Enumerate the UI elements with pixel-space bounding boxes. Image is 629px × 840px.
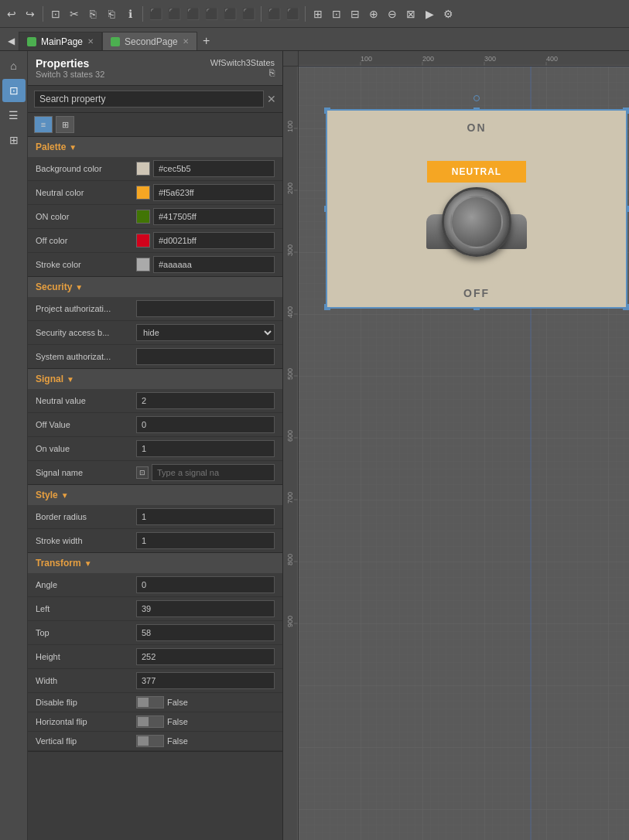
search-clear-icon[interactable]: ✕ bbox=[267, 93, 276, 105]
main-layout: ⌂ ⊡ ☰ ⊞ Properties Switch 3 states 32 Wf… bbox=[0, 51, 629, 840]
zoom-button[interactable]: ⊕ bbox=[365, 5, 382, 22]
background-color-label: Background color bbox=[36, 164, 136, 173]
align-bottom-button[interactable]: ⬛ bbox=[240, 5, 257, 22]
width-input[interactable] bbox=[136, 672, 275, 689]
svg-text:500: 500 bbox=[286, 368, 294, 380]
angle-input[interactable] bbox=[136, 576, 275, 593]
transform-section-header[interactable]: Transform ▼ bbox=[28, 553, 282, 573]
stroke-color-input[interactable] bbox=[153, 256, 275, 273]
svg-text:900: 900 bbox=[286, 616, 294, 627]
off-value-row: Off Value bbox=[28, 413, 282, 437]
sidebar-home-button[interactable]: ⌂ bbox=[2, 54, 26, 77]
left-input[interactable] bbox=[136, 600, 275, 617]
svg-text:400: 400 bbox=[286, 306, 294, 318]
layers-button[interactable]: ⊠ bbox=[402, 5, 419, 22]
prop-widget-name: WfSwitch3States bbox=[210, 58, 275, 67]
prop-copy-button[interactable]: ⎘ bbox=[269, 67, 275, 78]
undo-button[interactable]: ↩ bbox=[3, 5, 20, 22]
security-arrow-icon: ▼ bbox=[75, 283, 83, 292]
background-color-row: Background color bbox=[28, 157, 282, 181]
copy-button[interactable]: ⎘ bbox=[84, 5, 101, 22]
list-view-button[interactable]: ≡ bbox=[34, 116, 53, 133]
signal-browse-icon[interactable]: ⊡ bbox=[136, 466, 149, 479]
svg-text:300: 300 bbox=[286, 244, 294, 256]
ruler-button[interactable]: ⊡ bbox=[328, 5, 345, 22]
distribute-h-button[interactable]: ⬛ bbox=[265, 5, 282, 22]
width-label: Width bbox=[36, 676, 136, 685]
stroke-color-swatch[interactable] bbox=[136, 258, 150, 271]
off-color-input[interactable] bbox=[153, 232, 275, 249]
prop-subtitle-text: Switch 3 states 32 bbox=[36, 70, 104, 79]
disable-flip-label: Disable flip bbox=[36, 698, 136, 707]
style-section-header[interactable]: Style ▼ bbox=[28, 485, 282, 505]
background-color-input[interactable] bbox=[153, 160, 275, 177]
tab-mainpage-close[interactable]: ✕ bbox=[87, 37, 94, 46]
security-access-select[interactable]: hide show disable bbox=[136, 324, 275, 341]
top-input[interactable] bbox=[136, 624, 275, 641]
tab-secondpage[interactable]: SecondPage ✕ bbox=[102, 32, 197, 50]
neutral-value-input[interactable] bbox=[136, 392, 275, 409]
align-top-button[interactable]: ⬛ bbox=[203, 5, 220, 22]
align-center-button[interactable]: ⬛ bbox=[166, 5, 183, 22]
sidebar-properties-button[interactable]: ⊡ bbox=[2, 79, 26, 102]
neutral-color-swatch[interactable] bbox=[136, 186, 150, 200]
off-color-swatch[interactable] bbox=[136, 234, 150, 248]
height-input[interactable] bbox=[136, 648, 275, 665]
grid-view-button[interactable]: ⊞ bbox=[56, 116, 74, 133]
switch-widget: ON NEUTRAL bbox=[327, 111, 626, 307]
background-color-swatch[interactable] bbox=[136, 162, 150, 176]
on-color-swatch[interactable] bbox=[136, 210, 150, 224]
border-radius-input[interactable] bbox=[136, 508, 275, 525]
horizontal-ruler: 100 200 300 400 bbox=[299, 51, 629, 67]
info-button[interactable]: ℹ bbox=[121, 5, 138, 22]
off-color-value bbox=[136, 232, 275, 249]
snap-button[interactable]: ⊟ bbox=[347, 5, 364, 22]
signal-section-header[interactable]: Signal ▼ bbox=[28, 369, 282, 389]
preview-button[interactable]: ▶ bbox=[421, 5, 438, 22]
on-color-input[interactable] bbox=[153, 208, 275, 225]
tab-secondpage-close[interactable]: ✕ bbox=[183, 37, 189, 46]
sidebar-layers-button[interactable]: ☰ bbox=[2, 104, 26, 127]
align-left-button[interactable]: ⬛ bbox=[147, 5, 164, 22]
widget-container[interactable]: ON NEUTRAL bbox=[326, 109, 627, 309]
paste-button[interactable]: ⎗ bbox=[103, 5, 120, 22]
top-value bbox=[136, 624, 275, 641]
off-value-input[interactable] bbox=[136, 416, 275, 433]
canvas-area[interactable]: 100 200 300 400 100 200 300 400 bbox=[283, 51, 629, 840]
tab-nav-back[interactable]: ◀ bbox=[3, 32, 19, 50]
on-value-input[interactable] bbox=[136, 440, 275, 457]
tab-add-button[interactable]: + bbox=[197, 32, 216, 50]
toolbar: ↩ ↪ ⊡ ✂ ⎘ ⎗ ℹ ⬛ ⬛ ⬛ ⬛ ⬛ ⬛ ⬛ ⬛ ⊞ ⊡ ⊟ ⊕ ⊖ … bbox=[0, 0, 629, 28]
stroke-width-input[interactable] bbox=[136, 532, 275, 549]
palette-section-header[interactable]: Palette ▼ bbox=[28, 137, 282, 157]
align-right-button[interactable]: ⬛ bbox=[184, 5, 201, 22]
security-section-header[interactable]: Security ▼ bbox=[28, 277, 282, 297]
settings-button[interactable]: ⚙ bbox=[439, 5, 456, 22]
grid-button[interactable]: ⊞ bbox=[309, 5, 326, 22]
disable-flip-thumb bbox=[138, 698, 149, 707]
search-input[interactable] bbox=[34, 90, 264, 108]
vertical-flip-toggle[interactable] bbox=[136, 735, 164, 747]
switch-neutral-button[interactable]: NEUTRAL bbox=[427, 161, 526, 183]
widget-outer[interactable]: ON NEUTRAL bbox=[326, 109, 627, 309]
fit-button[interactable]: ⊖ bbox=[384, 5, 401, 22]
tab-mainpage-icon bbox=[27, 37, 36, 46]
distribute-v-button[interactable]: ⬛ bbox=[284, 5, 301, 22]
horizontal-flip-toggle[interactable] bbox=[136, 715, 164, 728]
widget-center-dot bbox=[473, 95, 480, 101]
widget-button[interactable]: ⊡ bbox=[47, 5, 64, 22]
system-auth-input[interactable] bbox=[136, 348, 275, 365]
neutral-color-input[interactable] bbox=[153, 184, 275, 201]
disable-flip-toggle[interactable] bbox=[136, 696, 164, 709]
horizontal-flip-thumb bbox=[138, 717, 149, 726]
redo-button[interactable]: ↪ bbox=[22, 5, 39, 22]
project-auth-input[interactable] bbox=[136, 300, 275, 317]
vertical-flip-value: False bbox=[136, 735, 188, 747]
tab-mainpage[interactable]: MainPage ✕ bbox=[19, 32, 102, 50]
signal-name-input[interactable] bbox=[152, 464, 275, 481]
sidebar-assets-button[interactable]: ⊞ bbox=[2, 128, 26, 152]
align-middle-button[interactable]: ⬛ bbox=[221, 5, 238, 22]
cut-button[interactable]: ✂ bbox=[66, 5, 83, 22]
svg-text:100: 100 bbox=[361, 55, 372, 63]
prop-header-right: WfSwitch3States ⎘ bbox=[210, 58, 275, 78]
